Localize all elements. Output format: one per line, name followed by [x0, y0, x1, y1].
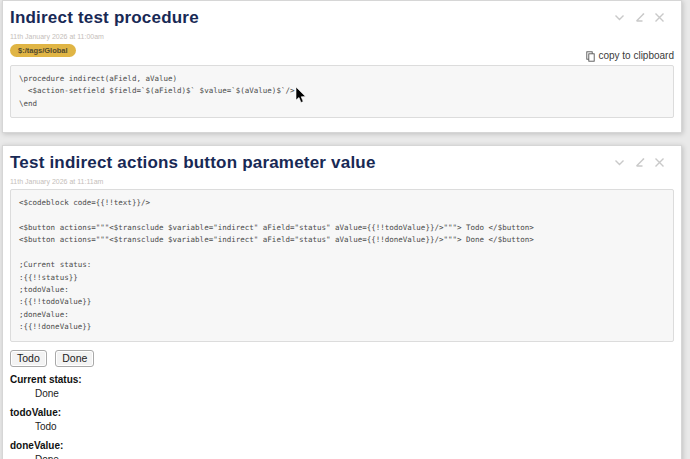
definition-value: Done [35, 454, 674, 459]
definition-term: doneValue: [10, 440, 674, 452]
tiddler-subtitle: 11th January 2026 at 11:00am [10, 32, 674, 41]
definition-value: Todo [35, 421, 674, 433]
definition-value: Done [35, 388, 674, 400]
copy-clipboard-icon [586, 51, 595, 62]
copy-to-clipboard-button[interactable]: copy to clipboard [586, 50, 674, 62]
tiddler-toolbar [613, 11, 666, 24]
story-river: Indirect test procedure 11th January 202… [0, 0, 690, 459]
edit-pencil-icon[interactable] [633, 156, 646, 169]
tiddler-meta-row: $:/tags/Global copy to clipboard [10, 44, 674, 62]
status-definition-list: Current status: Done todoValue: Todo don… [10, 374, 674, 459]
close-icon[interactable] [653, 11, 666, 24]
copy-to-clipboard-label: copy to clipboard [598, 50, 674, 62]
close-icon[interactable] [653, 156, 666, 169]
tag-pill-global[interactable]: $:/tags/Global [10, 44, 76, 57]
rendered-buttons-row: Todo Done [10, 348, 674, 367]
page-title: Test indirect actions button parameter v… [10, 152, 674, 174]
tiddler-indirect-test-procedure: Indirect test procedure 11th January 202… [2, 0, 682, 133]
tiddler-test-indirect-actions: Test indirect actions button parameter v… [2, 145, 682, 459]
chevron-down-icon[interactable] [613, 156, 626, 169]
done-button[interactable]: Done [55, 350, 94, 367]
tiddler-toolbar [613, 156, 666, 169]
page-title: Indirect test procedure [10, 7, 674, 29]
procedure-code-block: \procedure indirect(aField, aValue) <$ac… [10, 65, 674, 118]
wikitext-code-block: <$codeblock code={{!!text}}/> <$button a… [10, 189, 674, 341]
definition-term: Current status: [10, 374, 674, 386]
chevron-down-icon[interactable] [613, 11, 626, 24]
edit-pencil-icon[interactable] [633, 11, 646, 24]
definition-term: todoValue: [10, 407, 674, 419]
tiddler-subtitle: 11th January 2026 at 11:11am [10, 177, 674, 186]
todo-button[interactable]: Todo [10, 350, 47, 367]
